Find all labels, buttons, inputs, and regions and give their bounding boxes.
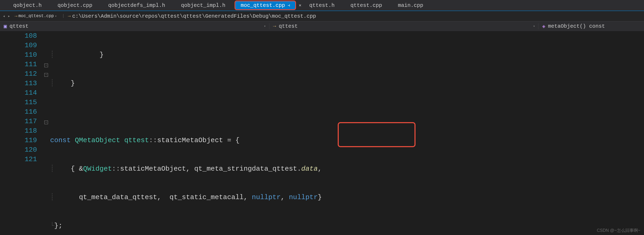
tab-qobject-h[interactable]: qobject.h (5, 0, 50, 11)
code-editor[interactable]: 108 109 110 111 112 113 114 115 116 117 … (0, 31, 644, 235)
tab-qobject-impl-h[interactable]: qobject_impl.h (173, 0, 233, 11)
tab-qttest-h[interactable]: qttest.h (301, 0, 342, 11)
navigation-bar: ◂ ▸ → moc_qttest.cpp ▾ | → c:\Users\Admi… (0, 11, 644, 21)
fold-toggle[interactable]: − (44, 121, 48, 124)
symbol-dropdown[interactable]: ◈ metaObject() const (538, 23, 644, 29)
code-area[interactable]: ┊ } ┊ } const QMetaObject qttest::static… (50, 31, 644, 235)
tab-qobjectdefs-impl-h[interactable]: qobjectdefs_impl.h (100, 0, 173, 11)
close-icon[interactable]: ✕ (299, 3, 302, 8)
struct-icon: ▣ (3, 24, 7, 28)
context-bar: ▣ qttest ▾ → qttest ▾ ◈ metaObject() con… (0, 21, 644, 31)
class-icon: → (273, 24, 277, 28)
tab-qobject-cpp[interactable]: qobject.cpp (50, 0, 100, 11)
fold-column: − − − (42, 31, 50, 235)
file-dropdown[interactable]: → moc_qttest.cpp ▾ (12, 13, 59, 19)
tab-moc-qttest-cpp[interactable]: moc_qttest.cpp ⊣ (235, 1, 296, 10)
gutter (0, 31, 18, 235)
line-numbers: 108 109 110 111 112 113 114 115 116 117 … (18, 31, 42, 235)
arrow-icon: → (15, 13, 17, 19)
method-icon: ◈ (542, 24, 546, 28)
file-path[interactable]: → c:\Users\Admin\source\repos\qttest\qtt… (68, 13, 316, 19)
chevron-down-icon: ▾ (55, 14, 57, 18)
tab-bar: qobject.h qobject.cpp qobjectdefs_impl.h… (0, 0, 644, 11)
tab-main-cpp[interactable]: main.cpp (390, 0, 431, 11)
tab-qttest-cpp[interactable]: qttest.cpp (342, 0, 390, 11)
fold-toggle[interactable]: − (44, 73, 48, 77)
chevron-down-icon: ▾ (533, 24, 535, 28)
pin-icon[interactable]: ⊣ (288, 3, 290, 8)
watermark: CSDN @~怎么回事啊~ (597, 228, 640, 233)
scope-2[interactable]: → qttest ▾ (269, 23, 539, 29)
chevron-down-icon: ▾ (264, 24, 266, 28)
scope-1[interactable]: ▣ qttest ▾ (0, 23, 269, 29)
arrow-icon: → (68, 13, 71, 19)
fold-toggle[interactable]: − (44, 64, 48, 67)
